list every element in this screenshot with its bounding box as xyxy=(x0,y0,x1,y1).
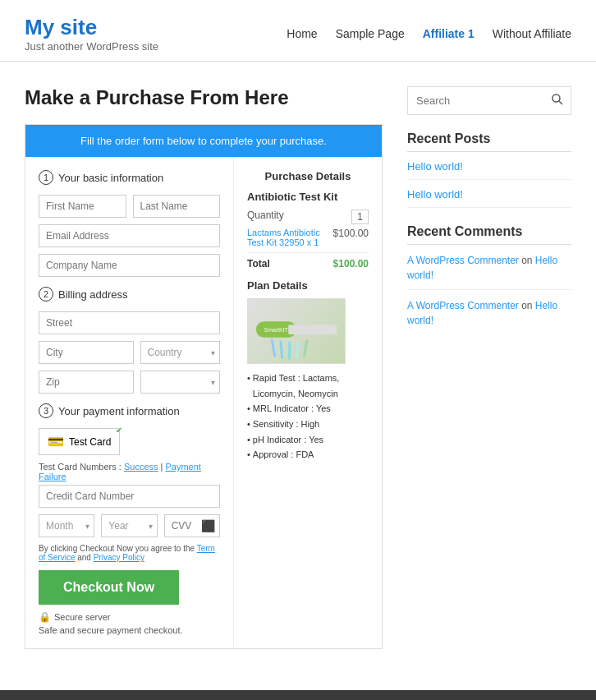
feature-1: Rapid Test : Lactams, Licomycin, Neomyci… xyxy=(253,371,369,401)
site-branding: My site Just another WordPress site xyxy=(25,15,158,53)
payment-section: 3 Your payment information 💳 Test Card ✔… xyxy=(39,403,220,635)
payment-btn-label: Test Card xyxy=(69,436,111,448)
total-label: Total xyxy=(247,258,270,269)
first-name-input[interactable] xyxy=(39,195,126,218)
section2-num: 2 xyxy=(39,287,53,302)
feature-item-5: • Approval : FDA xyxy=(247,447,369,463)
name-row xyxy=(39,195,220,218)
safe-text: Safe and secure payment checkout. xyxy=(39,625,220,635)
feature-item-2: • MRL Indicator : Yes xyxy=(247,401,369,417)
month-wrap: Month ▾ xyxy=(39,514,94,537)
search-icon xyxy=(551,93,564,106)
feature-item-3: • Sensitivity : High xyxy=(247,417,369,432)
post-link-1[interactable]: Hello world! xyxy=(407,160,571,173)
quantity-row: Quantity 1 xyxy=(247,210,369,224)
checkout-header: Fill the order form below to complete yo… xyxy=(25,125,382,157)
credit-card-icon: 💳 xyxy=(48,434,64,449)
nav-without-affiliate[interactable]: Without Affiliate xyxy=(493,27,571,40)
section2-title: 2 Billing address xyxy=(39,287,220,302)
feature-5: Approval : FDA xyxy=(253,447,314,463)
checkout-left-panel: 1 Your basic information xyxy=(25,157,234,648)
comment-item-2: A WordPress Commenter on Hello world! xyxy=(407,298,571,328)
search-button[interactable] xyxy=(544,87,571,114)
purchase-details-title: Purchase Details xyxy=(247,170,369,182)
cvv-wrap: ⬛ xyxy=(164,514,220,537)
payment-card-button[interactable]: 💳 Test Card ✔ xyxy=(39,428,120,455)
search-input[interactable] xyxy=(408,87,544,114)
company-input[interactable] xyxy=(39,254,220,277)
nav-affiliate1[interactable]: Affiliate 1 xyxy=(423,27,475,40)
post-link-2[interactable]: Hello world! xyxy=(407,188,571,200)
street-row xyxy=(39,311,220,334)
country-select[interactable]: Country xyxy=(140,341,221,364)
email-row xyxy=(39,224,220,247)
company-row xyxy=(39,254,220,277)
credit-card-input[interactable] xyxy=(39,485,220,508)
content-wrap: Make a Purchase From Here Fill the order… xyxy=(0,62,596,674)
city-input[interactable] xyxy=(39,341,134,364)
product-image-svg: SmartKIT xyxy=(248,298,345,364)
zip-input[interactable] xyxy=(39,371,134,394)
main-content: Make a Purchase From Here Fill the order… xyxy=(25,86,383,649)
svg-point-8 xyxy=(552,94,560,102)
footer-columns: Colorway Theme Footer is widgetized. To … xyxy=(0,690,596,700)
zip-select-wrap: ▾ xyxy=(140,371,221,394)
quantity-value: 1 xyxy=(351,210,369,224)
footer: Colorway Theme Footer is widgetized. To … xyxy=(0,690,596,700)
checkout-body: 1 Your basic information xyxy=(25,157,382,648)
recent-comments-title: Recent Comments xyxy=(407,224,571,245)
main-nav: Home Sample Page Affiliate 1 Without Aff… xyxy=(287,27,571,40)
section1-num: 1 xyxy=(39,170,53,185)
recent-posts-title: Recent Posts xyxy=(407,131,571,152)
product-price: $100.00 xyxy=(333,228,369,247)
svg-line-9 xyxy=(559,101,562,104)
svg-rect-1 xyxy=(288,325,337,334)
feature-2: MRL Indicator : Yes xyxy=(253,401,331,417)
expiry-row: Month ▾ Year ▾ xyxy=(39,514,220,537)
feature-4: pH Indicator : Yes xyxy=(253,432,323,448)
zip-row: ▾ xyxy=(39,371,220,394)
country-wrap: Country ▾ xyxy=(140,341,221,364)
quantity-label: Quantity xyxy=(247,210,284,224)
cvv-icon: ⬛ xyxy=(201,519,215,532)
street-input[interactable] xyxy=(39,311,220,334)
total-row: Total $100.00 xyxy=(247,252,369,269)
secure-label: Secure server xyxy=(54,612,110,622)
year-select[interactable]: Year xyxy=(101,514,157,537)
sku-row: Lactams Antibiotic Test Kit 32950 x 1 $1… xyxy=(247,228,369,247)
site-title[interactable]: My site xyxy=(25,15,158,40)
page-title: Make a Purchase From Here xyxy=(25,86,383,109)
last-name-input[interactable] xyxy=(133,195,221,218)
commenter-link-2[interactable]: A WordPress Commenter xyxy=(407,300,519,311)
site-tagline: Just another WordPress site xyxy=(25,40,158,53)
recent-comments-section: Recent Comments A WordPress Commenter on… xyxy=(407,224,571,328)
city-country-row: Country ▾ xyxy=(39,341,220,364)
product-name: Antibiotic Test Kit xyxy=(247,191,369,203)
svg-rect-4 xyxy=(288,342,291,360)
nav-sample[interactable]: Sample Page xyxy=(336,27,405,40)
nav-home[interactable]: Home xyxy=(287,27,317,40)
feature-item-4: • pH Indicator : Yes xyxy=(247,432,369,448)
commenter-link-1[interactable]: A WordPress Commenter xyxy=(407,255,519,266)
feature-3: Sensitivity : High xyxy=(253,417,319,432)
secure-wrap: 🔒 Secure server xyxy=(39,611,220,623)
sidebar: Recent Posts Hello world! Hello world! R… xyxy=(407,86,571,649)
section3-num: 3 xyxy=(39,403,53,418)
privacy-policy-link[interactable]: Privacy Policy xyxy=(94,553,144,562)
checkout-button[interactable]: Checkout Now xyxy=(39,570,179,605)
zip-select[interactable] xyxy=(140,371,221,394)
svg-rect-2 xyxy=(271,339,277,357)
terms-text: By clicking Checkout Now you agree to th… xyxy=(39,544,220,562)
year-wrap: Year ▾ xyxy=(101,514,157,537)
site-header: My site Just another WordPress site Home… xyxy=(0,0,596,62)
plan-details-title: Plan Details xyxy=(247,279,369,292)
section3-title: 3 Your payment information xyxy=(39,403,220,418)
month-select[interactable]: Month xyxy=(39,514,94,537)
section1-title: 1 Your basic information xyxy=(39,170,220,185)
success-link[interactable]: Success xyxy=(124,462,158,472)
svg-text:SmartKIT: SmartKIT xyxy=(264,327,289,333)
lock-icon: 🔒 xyxy=(39,611,51,623)
email-input[interactable] xyxy=(39,224,220,247)
svg-rect-3 xyxy=(279,341,283,359)
posts-divider-1 xyxy=(407,179,571,180)
